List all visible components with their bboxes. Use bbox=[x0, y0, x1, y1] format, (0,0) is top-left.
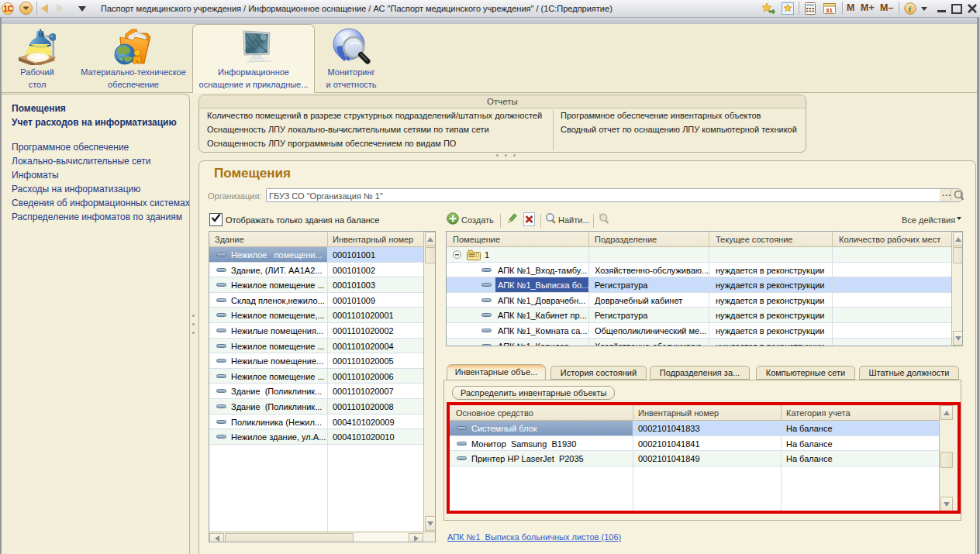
svg-text:1С: 1С bbox=[3, 5, 13, 13]
svg-text:31: 31 bbox=[826, 7, 833, 14]
